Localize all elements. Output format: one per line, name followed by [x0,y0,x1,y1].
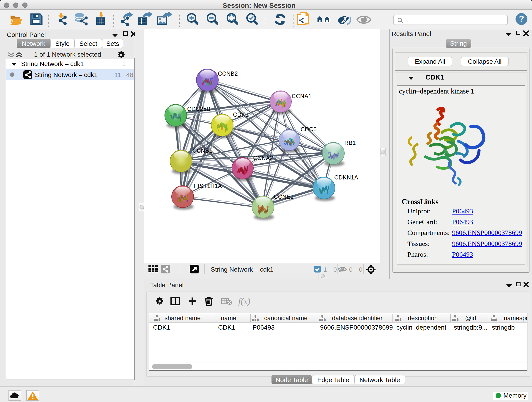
svg-text:?: ? [519,14,524,24]
